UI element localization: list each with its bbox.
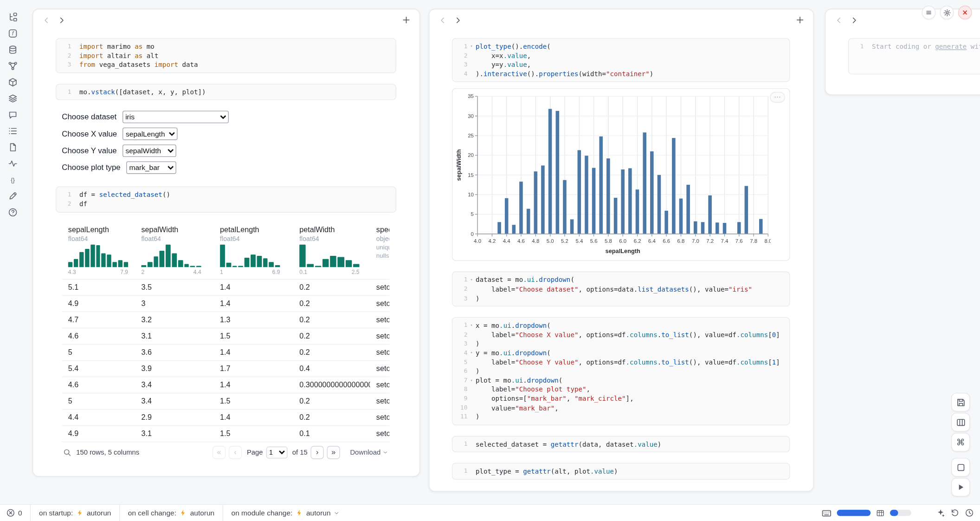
help-icon[interactable] <box>7 207 18 217</box>
layout-columns-button[interactable] <box>951 413 970 431</box>
column-header[interactable]: sepalLengthfloat64 <box>62 220 135 243</box>
column-histogram[interactable] <box>220 243 280 267</box>
keyboard-icon[interactable] <box>822 508 831 517</box>
column-3-prev-button[interactable] <box>831 13 846 27</box>
column-histogram[interactable] <box>68 243 128 267</box>
autorun-config-item[interactable]: on cell change:autorun <box>119 505 223 521</box>
code-editor[interactable]: 1▾dataset = mo.ui.dropdown(2 label="Choo… <box>452 272 790 306</box>
function-icon[interactable]: f <box>7 28 18 39</box>
chart-actions-button[interactable]: ⋯ <box>770 92 785 103</box>
prev-page-button[interactable]: ‹ <box>229 446 242 459</box>
choose-y-value-select[interactable]: sepalWidth <box>122 144 176 157</box>
table-cell: 1.5 <box>214 426 293 442</box>
snippets-icon[interactable]: {} <box>7 175 18 185</box>
layers-icon[interactable] <box>7 93 18 104</box>
fold-spacer <box>468 285 476 294</box>
scroll-indicator-secondary[interactable] <box>890 510 911 516</box>
column-3-cells: 1 Start coding or generate with AI <box>825 31 980 74</box>
last-page-button[interactable]: » <box>327 446 340 459</box>
code-editor[interactable]: 1▾x = mo.ui.dropdown(2 label="Choose X v… <box>452 317 790 425</box>
autorun-config-item[interactable]: on startup:autorun <box>30 505 119 521</box>
tracing-icon[interactable] <box>7 158 18 169</box>
code-editor[interactable]: 1df = selected_dataset()2df <box>56 187 396 212</box>
run-all-button[interactable] <box>951 478 970 496</box>
code-editor[interactable]: 1import marimo as mo2import altair as al… <box>56 38 396 73</box>
save-button[interactable] <box>951 393 970 411</box>
scratchpad-icon[interactable] <box>7 191 18 201</box>
choose-x-value-select[interactable]: sepalLength <box>122 128 178 140</box>
fold-toggle[interactable]: ▾ <box>468 376 476 385</box>
notebook-menu-button[interactable] <box>922 6 936 20</box>
table-row[interactable]: 4.63.11.50.2setosa <box>62 327 389 344</box>
app-preview-button[interactable] <box>951 458 970 476</box>
fold-toggle[interactable]: ▾ <box>468 42 476 51</box>
file-tree-icon[interactable] <box>7 12 18 22</box>
table-search-icon[interactable] <box>63 448 71 456</box>
code-editor[interactable]: 1mo.vstack([dataset, x, y, plot]) <box>56 84 396 100</box>
download-button[interactable]: Download <box>350 449 388 456</box>
choose-dataset-select[interactable]: iris <box>122 111 228 123</box>
svg-text:5.2: 5.2 <box>561 238 568 244</box>
panel-grid-icon[interactable] <box>876 509 884 517</box>
fold-spacer <box>468 385 476 394</box>
column-3-next-button[interactable] <box>846 13 861 27</box>
scroll-indicator-primary[interactable] <box>837 510 871 516</box>
documentation-icon[interactable] <box>7 142 18 152</box>
column-histogram[interactable] <box>299 243 359 267</box>
table-row[interactable]: 4.73.21.30.2setosa <box>62 311 389 327</box>
table-row[interactable]: 4.931.40.2setosa <box>62 295 389 311</box>
column-2-next-button[interactable] <box>450 13 465 27</box>
column-1-next-button[interactable] <box>54 13 69 27</box>
code-editor[interactable]: 1▾plot_type().encode(2 x=x.value,3 y=y.v… <box>452 38 790 82</box>
dependency-graph-icon[interactable] <box>7 61 18 71</box>
fold-spacer <box>468 339 476 349</box>
chat-icon[interactable] <box>7 110 18 120</box>
table-row[interactable]: 4.42.91.40.2setosa <box>62 409 389 425</box>
empty-cell-editor[interactable]: 1 Start coding or generate with AI <box>848 38 980 74</box>
table-row[interactable]: 4.63.41.40.30000000000000004setosa <box>62 376 389 392</box>
column-header[interactable]: petalWidthfloat64 <box>293 220 370 243</box>
autorun-config-item[interactable]: on module change:autorun <box>223 505 348 521</box>
choose-plot-type-select[interactable]: mark_bar <box>126 161 176 174</box>
keyboard-shortcuts-button[interactable]: ⌘ <box>951 433 970 451</box>
generate-with-ai-link[interactable]: generate <box>935 43 967 50</box>
shutdown-button[interactable] <box>958 6 972 20</box>
autorun-config: on startup:autorunon cell change:autorun… <box>30 505 348 521</box>
column-histogram[interactable] <box>141 243 201 267</box>
fold-toggle[interactable]: ▾ <box>468 348 476 358</box>
table-cell: setosa <box>370 393 389 409</box>
error-count-badge[interactable]: 0 <box>0 508 30 517</box>
code-line: 3) <box>452 293 789 303</box>
column-header[interactable]: petalLengthfloat64 <box>214 220 293 243</box>
column-header[interactable]: sepalWidthfloat64 <box>135 220 214 243</box>
fold-spacer <box>468 330 476 339</box>
table-row[interactable]: 53.41.50.2setosa <box>62 392 389 409</box>
fold-toggle[interactable]: ▾ <box>468 275 476 285</box>
table-row[interactable]: 4.93.11.50.1setosa <box>62 425 389 441</box>
code-editor[interactable]: 1selected_dataset = getattr(data, datase… <box>452 436 790 452</box>
sepal-bar-chart[interactable]: 4.04.24.44.64.85.05.25.45.65.86.06.26.46… <box>455 91 771 255</box>
code-editor[interactable]: 1plot_type = getattr(alt, plot.value) <box>452 463 790 480</box>
code-text: from vega_datasets import data <box>79 60 198 70</box>
first-page-button[interactable]: « <box>213 446 226 459</box>
refresh-icon[interactable] <box>951 508 960 517</box>
next-page-button[interactable]: › <box>311 446 324 459</box>
history-clock-icon[interactable] <box>965 508 974 517</box>
table-row[interactable]: 53.61.40.2setosa <box>62 344 389 360</box>
ai-sparkles-icon[interactable] <box>936 508 945 517</box>
line-number: 1 <box>452 42 467 51</box>
table-row[interactable]: 5.13.51.40.2setosa <box>62 279 389 295</box>
column-2-prev-button[interactable] <box>435 13 450 27</box>
column-2-add-cell-button[interactable] <box>793 13 807 27</box>
fold-toggle[interactable]: ▾ <box>468 321 476 330</box>
table-row[interactable]: 5.43.91.70.4setosa <box>62 360 389 376</box>
settings-button[interactable] <box>940 6 954 20</box>
code-line: 4▾y = mo.ui.dropdown( <box>452 348 789 358</box>
column-1-prev-button[interactable] <box>39 13 54 27</box>
page-select[interactable]: 1 <box>266 446 287 458</box>
logs-icon[interactable] <box>7 126 18 136</box>
packages-icon[interactable] <box>7 77 18 87</box>
datasources-icon[interactable] <box>7 45 18 55</box>
column-1-add-cell-button[interactable] <box>399 13 413 27</box>
column-header[interactable]: speciesobject <box>370 220 389 243</box>
